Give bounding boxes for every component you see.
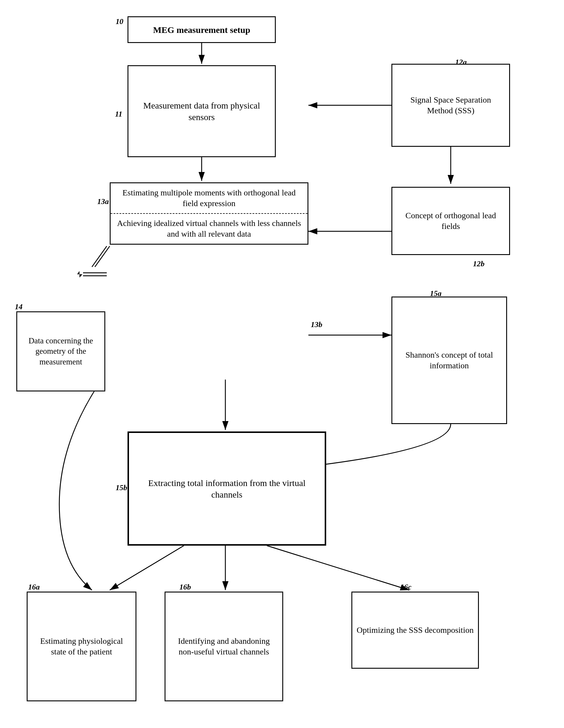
shannons-box: Shannon's concept of total information [391,297,507,424]
svg-line-9 [110,546,184,590]
svg-line-15 [92,246,107,267]
achieving-id: 13b [311,320,322,329]
extracting-box: Extracting total information from the vi… [128,431,326,546]
svg-marker-14 [77,271,82,278]
sss-box: Signal Space Separation Method (SSS) [391,64,510,147]
extracting-id: 15b [116,483,127,492]
data-geometry-box: Data concerning the geometry of the meas… [16,311,105,391]
identifying-box: Identifying and abandoning non-useful vi… [165,592,283,701]
optimizing-box: Optimizing the SSS decomposition [351,592,479,669]
combined-multipole-box: Estimating multipole moments with orthog… [110,182,308,245]
estimating-multipole-id: 13a [97,197,109,206]
shannons-label: Shannon's concept of total information [396,350,502,371]
identifying-id: 16b [179,583,191,592]
estimating-physiological-label: Estimating physiological state of the pa… [32,636,131,657]
diagram-container: MEG measurement setup 10 Measurement dat… [0,0,564,728]
shannons-id: 15a [430,289,442,298]
orthogonal-label: Concept of orthogonal lead fields [396,210,505,232]
measurement-data-label: Measurement data from physical sensors [133,100,271,123]
meg-setup-box: MEG measurement setup [128,16,276,43]
data-geometry-id: 14 [15,302,23,311]
sss-id: 12a [455,58,467,67]
measurement-data-id: 11 [115,110,122,119]
optimizing-id: 16c [400,583,412,592]
double-line-indicator [86,243,113,270]
achieving-virtual-label: Achieving idealized virtual channels wit… [117,218,302,240]
measurement-data-box: Measurement data from physical sensors [128,65,276,157]
orthogonal-box: Concept of orthogonal lead fields [391,187,510,255]
optimizing-label: Optimizing the SSS decomposition [357,625,474,635]
orthogonal-id: 12b [473,259,485,268]
sss-label: Signal Space Separation Method (SSS) [396,95,505,116]
data-geometry-label: Data concerning the geometry of the meas… [21,336,100,367]
svg-line-16 [95,246,110,267]
estimating-multipole-label: Estimating multipole moments with orthog… [117,187,302,209]
identifying-label: Identifying and abandoning non-useful vi… [170,636,278,657]
estimating-physiological-id: 16a [28,583,40,592]
meg-setup-id: 10 [116,17,123,26]
svg-line-11 [267,546,409,590]
estimating-multipole-part: Estimating multipole moments with orthog… [111,183,308,214]
estimating-physiological-box: Estimating physiological state of the pa… [27,592,136,701]
extracting-label: Extracting total information from the vi… [133,477,321,500]
meg-setup-label: MEG measurement setup [153,24,250,36]
achieving-virtual-part: Achieving idealized virtual channels wit… [111,214,308,244]
